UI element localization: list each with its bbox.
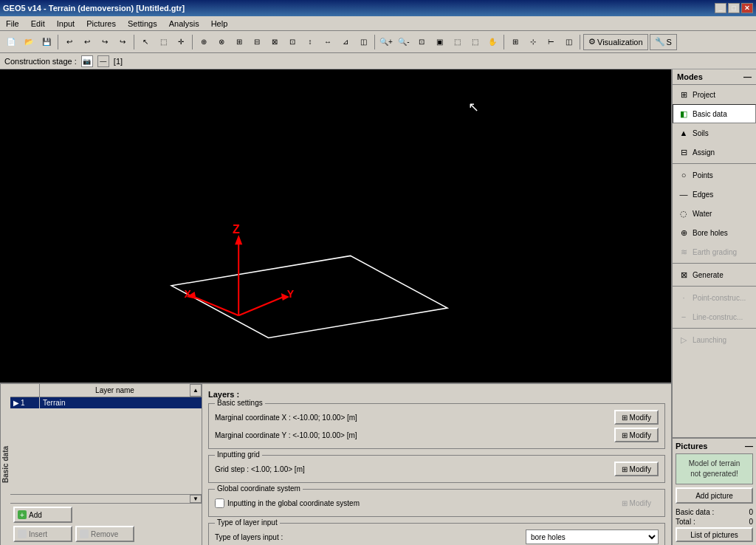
marginal-y-modify-button[interactable]: ⊞ Modify xyxy=(614,428,659,442)
global-coord-group: Global coordinate system Inputting in th… xyxy=(208,489,665,517)
zoom-prev-button[interactable]: ⬚ xyxy=(449,34,465,50)
type-layer-group: Type of layer input Type of layers input… xyxy=(208,523,665,545)
dim-button[interactable]: ◫ xyxy=(560,34,577,50)
select-button[interactable]: ⬚ xyxy=(155,34,171,50)
basic-data-tab[interactable]: Basic data xyxy=(0,384,10,545)
undo2-button[interactable]: ↩ xyxy=(79,34,95,50)
type-layer-row: Type of layers input : bore holes polygo… xyxy=(215,529,659,544)
mode-earth-grading: ≋ Earth grading xyxy=(673,242,756,261)
inputting-grid-title: Inputting grid xyxy=(215,450,262,459)
settings-icon: 🔧 xyxy=(655,37,665,47)
modes-collapse-icon[interactable]: — xyxy=(743,72,752,81)
zoom-in-button[interactable]: 🔍+ xyxy=(378,34,394,50)
grid-modify-button[interactable]: ⊞ Modify xyxy=(614,462,659,476)
zoom-out-button[interactable]: 🔍- xyxy=(396,34,412,50)
cross-button[interactable]: ✛ xyxy=(173,34,189,50)
tool7[interactable]: ↕ xyxy=(302,34,318,50)
zoom-fit-button[interactable]: ⊡ xyxy=(413,34,430,50)
mode-assign[interactable]: ⊟ Assign xyxy=(673,143,756,162)
stage-value: [1] xyxy=(114,57,123,66)
modes-divider-2 xyxy=(673,263,756,264)
mode-soils[interactable]: ▲ Soils xyxy=(673,123,756,143)
mode-project[interactable]: ⊞ Project xyxy=(673,85,756,104)
type-layer-select[interactable]: bore holes polygons triangles xyxy=(526,529,659,544)
tool4[interactable]: ⊟ xyxy=(249,34,265,50)
total-value: 0 xyxy=(749,518,753,526)
menu-help[interactable]: Help xyxy=(205,18,234,30)
tool10[interactable]: ◫ xyxy=(355,34,371,50)
tool8[interactable]: ↔ xyxy=(320,34,336,50)
menu-input[interactable]: Input xyxy=(51,18,80,30)
pan-button[interactable]: ✋ xyxy=(484,34,501,50)
pointer-button[interactable]: ↖ xyxy=(137,34,154,50)
save-button[interactable]: 💾 xyxy=(38,34,55,50)
tool6[interactable]: ⊡ xyxy=(284,34,300,50)
stage-camera-icon[interactable]: 📷 xyxy=(81,55,93,67)
layer-row[interactable]: ▶ 1 Terrain xyxy=(10,397,202,409)
zoom-window-button[interactable]: ▣ xyxy=(431,34,447,50)
pictures-collapse-icon[interactable]: — xyxy=(745,442,753,450)
grid-step-row: Grid step : <1.00; 1.00> [m] ⊞ Modify xyxy=(215,462,659,476)
tool3[interactable]: ⊞ xyxy=(231,34,247,50)
grid-step-label: Grid step : <1.00; 1.00> [m] xyxy=(215,465,305,473)
global-coord-checkbox[interactable] xyxy=(215,498,224,508)
mode-water[interactable]: ◌ Water xyxy=(673,204,756,223)
scroll-up-arrow[interactable]: ▲ xyxy=(190,384,202,397)
toolbar-separator-5 xyxy=(504,35,504,49)
tool9[interactable]: ⊿ xyxy=(337,34,354,50)
mode-generate[interactable]: ⊠ Generate xyxy=(673,265,756,284)
toolbar-separator-4 xyxy=(374,35,375,49)
grid-button[interactable]: ⊞ xyxy=(507,34,523,50)
remove-layer-button[interactable]: Remove xyxy=(75,526,134,542)
add-layer-button[interactable]: + Add xyxy=(13,507,72,523)
point-construc-icon: · xyxy=(678,292,690,304)
mode-edges[interactable]: — Edges xyxy=(673,185,756,204)
tool2[interactable]: ⊗ xyxy=(213,34,230,50)
svg-line-3 xyxy=(194,297,239,315)
pictures-title: Pictures xyxy=(676,442,707,450)
menu-settings[interactable]: Settings xyxy=(122,18,163,30)
window-controls[interactable]: _ □ ✕ xyxy=(715,3,753,13)
modes-divider-4 xyxy=(673,328,756,329)
toolbar-separator-1 xyxy=(58,35,58,49)
snap-button[interactable]: ⊹ xyxy=(525,34,541,50)
mode-bore-holes[interactable]: ⊕ Bore holes xyxy=(673,223,756,242)
close-button[interactable]: ✕ xyxy=(741,3,753,13)
add-picture-button[interactable]: Add picture xyxy=(676,487,753,504)
bore-holes-icon: ⊕ xyxy=(678,227,690,239)
zoom-next-button[interactable]: ⬚ xyxy=(467,34,483,50)
assign-icon: ⊟ xyxy=(678,146,690,158)
viewport[interactable]: Z Y X ↖ xyxy=(0,69,671,383)
menu-pictures[interactable]: Pictures xyxy=(80,18,122,30)
menu-edit[interactable]: Edit xyxy=(25,18,51,30)
layers-header: Layer name ▲ xyxy=(10,384,202,397)
list-pictures-button[interactable]: List of pictures xyxy=(676,527,753,542)
add-icon: + xyxy=(18,510,27,519)
open-button[interactable]: 📂 xyxy=(21,34,37,50)
tool5[interactable]: ⊠ xyxy=(267,34,283,50)
scroll-down-arrow[interactable]: ▼ xyxy=(190,495,202,503)
maximize-button[interactable]: □ xyxy=(728,3,740,13)
mode-points[interactable]: ○ Points xyxy=(673,165,756,185)
stage-minus-button[interactable]: — xyxy=(97,55,109,67)
visualization-button[interactable]: ⚙ Visualization xyxy=(583,34,648,50)
marginal-x-modify-button[interactable]: ⊞ Modify xyxy=(614,410,659,425)
insert-layer-button[interactable]: Insert xyxy=(13,526,72,542)
mode-line-construc: − Line-construc... xyxy=(673,307,756,326)
new-button[interactable]: 📄 xyxy=(3,34,19,50)
svg-marker-7 xyxy=(235,235,242,244)
tool1[interactable]: ⊕ xyxy=(196,34,212,50)
ortho-button[interactable]: ⊢ xyxy=(543,34,559,50)
menu-file[interactable]: File xyxy=(0,18,25,30)
global-coord-modify-button[interactable]: ⊞ Modify xyxy=(614,496,659,510)
mode-basic-data[interactable]: ◧ Basic data xyxy=(673,104,756,123)
settings-btn[interactable]: 🔧 S xyxy=(650,34,677,50)
menu-analysis[interactable]: Analysis xyxy=(163,18,205,30)
soils-icon: ▲ xyxy=(678,127,690,139)
undo-button[interactable]: ↩ xyxy=(61,34,78,50)
redo-button[interactable]: ↪ xyxy=(97,34,113,50)
redo2-button[interactable]: ↪ xyxy=(114,34,131,50)
toolbar-separator-2 xyxy=(134,35,134,49)
minimize-button[interactable]: _ xyxy=(715,3,726,13)
basic-data-label: Basic data : xyxy=(676,508,714,516)
